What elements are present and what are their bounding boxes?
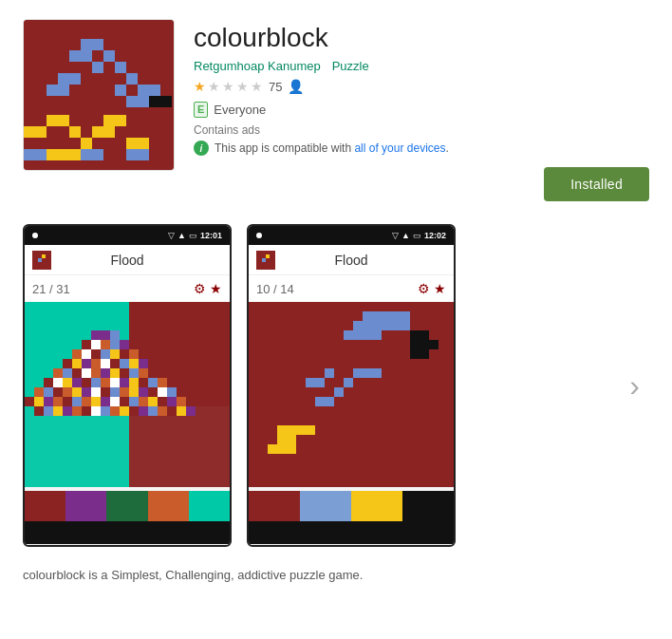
svg-rect-1 (81, 39, 92, 50)
palette-color-2-3[interactable] (351, 491, 402, 521)
svg-rect-104 (91, 387, 101, 397)
svg-rect-149 (262, 258, 266, 262)
svg-rect-88 (72, 378, 82, 387)
svg-rect-70 (110, 359, 120, 368)
svg-rect-80 (110, 368, 120, 378)
svg-rect-95 (139, 378, 148, 387)
svg-rect-61 (101, 349, 110, 359)
svg-rect-29 (160, 96, 172, 107)
palette-color-1-2[interactable] (65, 491, 106, 521)
svg-rect-154 (382, 311, 391, 321)
palette-color-1-1[interactable] (25, 491, 65, 521)
install-button[interactable]: Installed (544, 167, 649, 201)
svg-rect-182 (287, 444, 296, 454)
game-score-1: 21 / 31 (32, 282, 70, 296)
svg-rect-44 (160, 149, 172, 160)
contains-ads-label: Contains ads (194, 123, 649, 137)
svg-rect-5 (92, 62, 103, 73)
svg-rect-105 (101, 387, 110, 397)
svg-rect-73 (139, 359, 148, 368)
svg-rect-159 (391, 311, 401, 321)
status-bar-1: ▽ ▲ ▭ 12:01 (25, 226, 230, 245)
svg-rect-46 (38, 258, 42, 262)
svg-rect-9 (69, 73, 81, 85)
palette-color-1-4[interactable] (148, 491, 189, 521)
svg-rect-135 (72, 406, 82, 416)
svg-rect-115 (44, 397, 53, 406)
svg-rect-137 (91, 406, 101, 416)
svg-rect-111 (158, 387, 167, 397)
gear-icon-2: ⚙ (418, 281, 430, 296)
svg-rect-146 (177, 406, 186, 416)
game-score-2: 10 / 14 (256, 282, 294, 296)
svg-rect-39 (103, 149, 115, 160)
svg-rect-65 (63, 359, 72, 368)
status-icons-1: ▽ ▲ ▭ 12:01 (168, 231, 222, 240)
svg-rect-171 (429, 340, 439, 349)
svg-rect-18 (92, 126, 103, 138)
svg-rect-64 (129, 349, 139, 359)
svg-rect-3 (69, 50, 81, 62)
svg-rect-132 (44, 406, 53, 416)
svg-rect-86 (53, 378, 63, 387)
svg-rect-22 (115, 85, 126, 96)
svg-rect-85 (44, 378, 53, 387)
svg-rect-14 (47, 115, 58, 126)
signal-icon-2: ▲ (401, 231, 410, 240)
svg-rect-56 (110, 340, 120, 349)
svg-rect-76 (72, 368, 82, 378)
palette-color-1-3[interactable] (106, 491, 147, 521)
developer-name[interactable]: Retgumhoap Kanumep (194, 59, 321, 73)
palette-color-2-4[interactable] (402, 491, 454, 521)
svg-rect-53 (82, 340, 91, 349)
compat-text: This app is compatible with all of your … (215, 141, 449, 155)
svg-rect-152 (363, 311, 372, 321)
game-icons-2: ⚙ ★ (418, 281, 446, 296)
svg-rect-50 (91, 330, 101, 340)
svg-rect-113 (25, 397, 34, 406)
category-name[interactable]: Puzzle (332, 59, 369, 73)
age-rating-row: E Everyone (194, 102, 649, 118)
svg-rect-133 (53, 406, 63, 416)
svg-rect-136 (82, 406, 91, 416)
svg-rect-140 (120, 406, 129, 416)
palette-color-1-5[interactable] (189, 491, 230, 521)
toolbar-title-2: Flood (334, 253, 367, 268)
svg-rect-92 (110, 378, 120, 387)
age-label: Everyone (214, 103, 266, 117)
svg-rect-122 (110, 397, 120, 406)
color-palette-2 (249, 491, 454, 521)
svg-rect-67 (82, 359, 91, 368)
svg-rect-13 (35, 126, 47, 138)
person-icon: 👤 (288, 79, 304, 94)
svg-rect-79 (101, 368, 110, 378)
svg-rect-145 (167, 406, 177, 416)
palette-color-2-2[interactable] (300, 491, 351, 521)
svg-rect-52 (110, 330, 120, 340)
svg-rect-63 (120, 349, 129, 359)
svg-rect-19 (103, 126, 115, 138)
svg-rect-106 (110, 387, 120, 397)
rating-row: ★ ★ ★ ★ ★ 75 👤 (194, 79, 649, 94)
screenshots-row: ▽ ▲ ▭ 12:01 Flood 21 / 31 (23, 224, 649, 547)
svg-rect-129 (177, 397, 186, 406)
svg-rect-142 (139, 406, 148, 416)
svg-rect-69 (101, 359, 110, 368)
next-screenshot-button[interactable]: › (629, 368, 640, 404)
svg-rect-4 (81, 50, 92, 62)
app-description: colourblock is a Simplest, Challenging, … (23, 566, 649, 585)
svg-rect-187 (353, 368, 363, 378)
wifi-icon: ▽ (168, 231, 175, 240)
svg-rect-126 (148, 397, 158, 406)
svg-rect-90 (91, 378, 101, 387)
game-canvas-1 (25, 302, 232, 487)
svg-rect-164 (353, 330, 363, 340)
svg-rect-156 (363, 321, 372, 330)
battery-icon: ▭ (189, 231, 197, 240)
svg-rect-81 (120, 368, 129, 378)
svg-rect-96 (148, 378, 158, 387)
battery-icon-2: ▭ (413, 231, 421, 240)
svg-rect-108 (129, 387, 139, 397)
svg-rect-21 (138, 138, 149, 149)
palette-color-2-1[interactable] (249, 491, 300, 521)
